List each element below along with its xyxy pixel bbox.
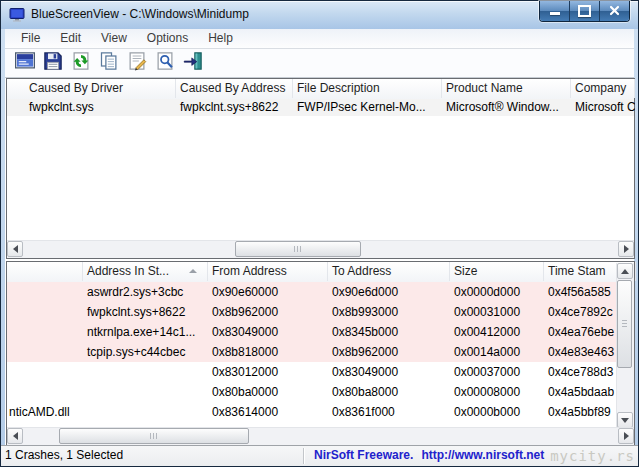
table-cell: 0x8b818000 xyxy=(208,342,328,362)
driver-row[interactable]: ntkrnlpa.exe+14c1...0x830490000x8345b000… xyxy=(7,322,617,342)
lower-table-header: Address In St...From AddressTo AddressSi… xyxy=(7,262,634,283)
table-cell: 0x80ba0000 xyxy=(208,382,328,402)
table-cell: 0x83012000 xyxy=(208,362,328,382)
scroll-right-icon xyxy=(624,432,629,440)
table-cell: 0x8b962000 xyxy=(208,302,328,322)
menu-file[interactable]: File xyxy=(11,29,50,48)
find-button[interactable] xyxy=(153,51,177,75)
properties-icon xyxy=(127,51,147,75)
close-button[interactable] xyxy=(600,1,629,21)
scroll-left-button[interactable] xyxy=(7,241,23,257)
table-cell: aswrdr2.sys+3cbc xyxy=(83,282,208,302)
table-cell: 0x8b962000 xyxy=(328,342,450,362)
table-cell: 0x8345b000 xyxy=(328,322,450,342)
table-cell: 0x0014a000 xyxy=(450,342,544,362)
table-cell: Microsoft C xyxy=(571,99,635,116)
upper-pane-crash-list: Caused By DriverCaused By AddressFile De… xyxy=(6,78,635,259)
scroll-left-icon xyxy=(13,432,18,440)
table-cell: 0x80ba8000 xyxy=(328,382,450,402)
lower-hscroll-thumb[interactable] xyxy=(59,428,249,444)
scroll-left-icon xyxy=(13,245,18,253)
upper-horizontal-scrollbar[interactable] xyxy=(7,240,634,258)
table-cell: fwpkclnt.sys+8622 xyxy=(83,302,208,322)
close-icon xyxy=(609,2,620,20)
scroll-up-icon xyxy=(621,269,629,274)
scroll-right-button[interactable] xyxy=(618,241,634,257)
scroll-up-button[interactable] xyxy=(617,263,633,279)
copy-icon xyxy=(99,51,119,75)
menu-view[interactable]: View xyxy=(91,29,137,48)
blue-screen-properties-icon xyxy=(15,51,35,75)
nirsoft-credit: NirSoft Freeware.http://www.nirsoft.net xyxy=(314,446,544,465)
maximize-button[interactable] xyxy=(570,1,600,21)
refresh-icon xyxy=(71,51,91,75)
nirsoft-link[interactable]: http://www.nirsoft.net xyxy=(421,448,544,462)
column-header-product-name[interactable]: Product Name xyxy=(442,79,571,98)
menu-bar: FileEditViewOptionsHelp xyxy=(5,29,634,49)
driver-row[interactable]: fwpkclnt.sys+86220x8b9620000x8b9930000x0… xyxy=(7,302,617,322)
bluescreenview-window: BlueScreenView - C:\Windows\Minidump Fil… xyxy=(0,0,639,467)
table-cell: 0x90e60000 xyxy=(208,282,328,302)
titlebar[interactable]: BlueScreenView - C:\Windows\Minidump xyxy=(1,1,638,29)
status-bar: 1 Crashes, 1 Selected NirSoft Freeware.h… xyxy=(1,445,638,466)
exit-button[interactable] xyxy=(181,51,205,75)
table-cell: 0x00412000 xyxy=(450,322,544,342)
crash-count-status: 1 Crashes, 1 Selected xyxy=(5,446,123,465)
driver-row[interactable]: 0x80ba00000x80ba80000x000080000x4a5bdaab xyxy=(7,382,617,402)
scroll-down-icon xyxy=(621,418,629,423)
column-header-blank[interactable] xyxy=(7,262,83,281)
driver-row[interactable]: tcpip.sys+c44cbec0x8b8180000x8b9620000x0… xyxy=(7,342,617,362)
table-cell: 0x0000b000 xyxy=(450,402,544,422)
table-cell: Microsoft® Window... xyxy=(442,99,571,116)
menu-edit[interactable]: Edit xyxy=(50,29,91,48)
minimize-icon xyxy=(550,12,560,15)
table-cell: ntkrnlpa.exe+14c1... xyxy=(83,322,208,342)
column-header-file-description[interactable]: File Description xyxy=(293,79,442,98)
watermark: mycity.rs xyxy=(550,447,635,465)
driver-row[interactable]: nticAMD.dll0x836140000x8361f0000x0000b00… xyxy=(7,402,617,422)
lower-horizontal-scrollbar[interactable] xyxy=(7,427,634,445)
caption-buttons xyxy=(539,1,630,22)
freeware-label: NirSoft Freeware. xyxy=(314,448,413,462)
column-header-to-address[interactable]: To Address xyxy=(328,262,450,281)
crash-row[interactable]: fwpkclnt.sysfwpkclnt.sys+8622FWP/IPsec K… xyxy=(7,99,634,116)
app-icon xyxy=(9,7,25,23)
lower-vertical-scrollbar[interactable] xyxy=(616,263,634,428)
column-header-caused-by-address[interactable]: Caused By Address xyxy=(176,79,293,98)
upper-table-header: Caused By DriverCaused By AddressFile De… xyxy=(7,79,634,100)
table-cell: 0x83049000 xyxy=(208,322,328,342)
upper-hscroll-thumb[interactable] xyxy=(235,241,361,257)
window-title: BlueScreenView - C:\Windows\Minidump xyxy=(31,7,249,21)
table-cell: 0x83614000 xyxy=(208,402,328,422)
scroll-right-icon xyxy=(624,245,629,253)
lower-pane-driver-list: Address In St...From AddressTo AddressSi… xyxy=(6,261,635,446)
table-cell: 0x00037000 xyxy=(450,362,544,382)
copy-button[interactable] xyxy=(97,51,121,75)
column-header-size[interactable]: Size xyxy=(450,262,544,281)
table-cell: 0x00008000 xyxy=(450,382,544,402)
table-cell: FWP/IPsec Kernel-Mo... xyxy=(293,99,442,116)
table-cell: fwpkclnt.sys+8622 xyxy=(176,99,293,116)
menu-options[interactable]: Options xyxy=(137,29,198,48)
maximize-icon xyxy=(578,5,591,17)
toolbar xyxy=(5,49,634,78)
column-header-company[interactable]: Company xyxy=(571,79,635,98)
scroll-right-button[interactable] xyxy=(618,428,634,444)
table-cell: fwpkclnt.sys xyxy=(7,99,176,116)
column-header-address-in-st[interactable]: Address In St... xyxy=(83,262,208,281)
blue-screen-properties-button[interactable] xyxy=(13,51,37,75)
driver-row[interactable]: aswrdr2.sys+3cbc0x90e600000x90e6d0000x00… xyxy=(7,282,617,302)
scroll-left-button[interactable] xyxy=(7,428,23,444)
refresh-button[interactable] xyxy=(69,51,93,75)
save-button[interactable] xyxy=(41,51,65,75)
minimize-button[interactable] xyxy=(540,1,570,21)
table-cell: 0x8b993000 xyxy=(328,302,450,322)
scroll-down-button[interactable] xyxy=(617,412,633,428)
column-header-from-address[interactable]: From Address xyxy=(208,262,328,281)
driver-row[interactable]: 0x830120000x830490000x000370000x4ce788d3 xyxy=(7,362,617,382)
menu-help[interactable]: Help xyxy=(198,29,243,48)
exit-icon xyxy=(183,51,203,75)
lower-vscroll-thumb[interactable] xyxy=(617,280,632,368)
column-header-caused-by-driver[interactable]: Caused By Driver xyxy=(7,79,176,98)
properties-button[interactable] xyxy=(125,51,149,75)
